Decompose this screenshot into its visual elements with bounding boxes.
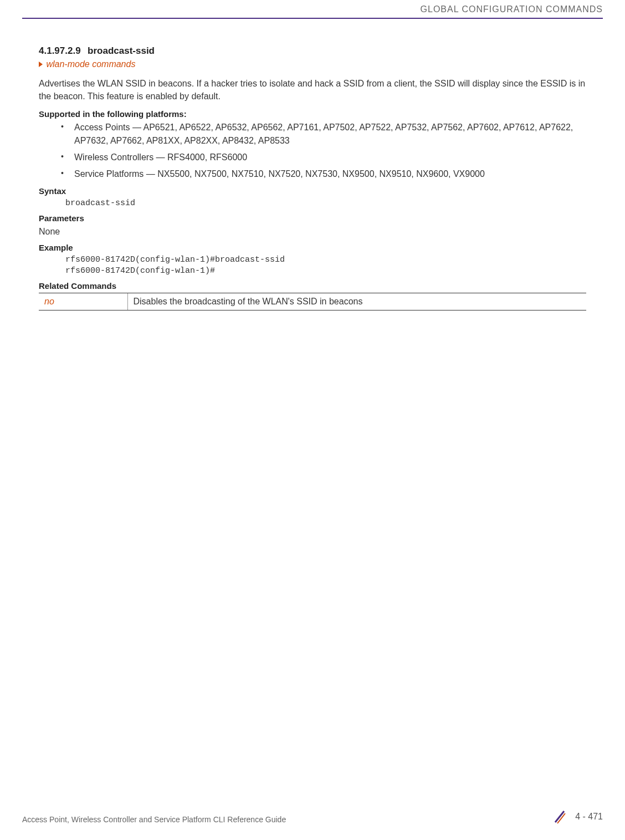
platform-list: Access Points — AP6521, AP6522, AP6532, … bbox=[39, 121, 586, 181]
section-heading: 4.1.97.2.9 broadcast-ssid bbox=[39, 45, 586, 57]
list-item: Access Points — AP6521, AP6522, AP6532, … bbox=[61, 121, 586, 147]
header-divider bbox=[22, 18, 603, 19]
main-content: 4.1.97.2.9 broadcast-ssid wlan-mode comm… bbox=[39, 45, 586, 310]
section-description: Advertises the WLAN SSID in beacons. If … bbox=[39, 77, 586, 103]
arrow-right-icon bbox=[39, 62, 43, 67]
table-row: no Disables the broadcasting of the WLAN… bbox=[39, 293, 586, 310]
context-link-row: wlan-mode commands bbox=[39, 59, 586, 69]
footer-guide-title: Access Point, Wireless Controller and Se… bbox=[22, 815, 286, 824]
related-cmd-cell: no bbox=[39, 293, 127, 310]
supported-heading: Supported in the following platforms: bbox=[39, 109, 586, 119]
footer-right: 4 - 471 bbox=[552, 809, 603, 824]
parameters-heading: Parameters bbox=[39, 213, 586, 223]
related-cmd-link[interactable]: no bbox=[44, 297, 54, 306]
context-link[interactable]: wlan-mode commands bbox=[46, 59, 135, 69]
section-number: 4.1.97.2.9 bbox=[39, 45, 81, 56]
list-item: Service Platforms — NX5500, NX7500, NX75… bbox=[61, 167, 586, 181]
related-heading: Related Commands bbox=[39, 281, 586, 291]
slash-logo-icon bbox=[552, 809, 567, 824]
related-commands-table: no Disables the broadcasting of the WLAN… bbox=[39, 293, 586, 310]
page-number: 4 - 471 bbox=[575, 812, 603, 822]
list-item: Wireless Controllers — RFS4000, RFS6000 bbox=[61, 151, 586, 164]
page-header-title: GLOBAL CONFIGURATION COMMANDS bbox=[421, 4, 603, 14]
example-code: rfs6000-81742D(config-wlan-1)#broadcast-… bbox=[65, 254, 586, 277]
section-title: broadcast-ssid bbox=[88, 45, 155, 56]
page-footer: Access Point, Wireless Controller and Se… bbox=[22, 814, 603, 824]
syntax-code: broadcast-ssid bbox=[65, 198, 586, 209]
syntax-heading: Syntax bbox=[39, 186, 586, 196]
parameters-value: None bbox=[39, 225, 586, 238]
example-heading: Example bbox=[39, 243, 586, 252]
related-desc-cell: Disables the broadcasting of the WLAN's … bbox=[127, 293, 586, 310]
